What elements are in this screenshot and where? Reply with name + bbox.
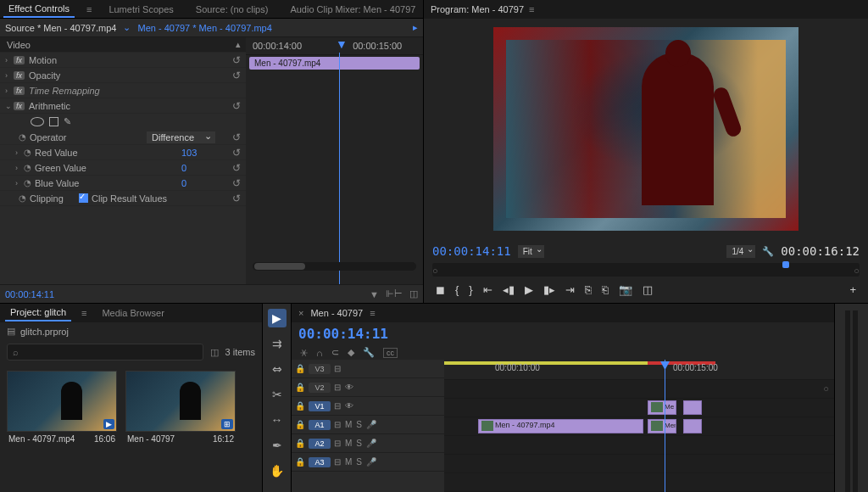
track-label[interactable]: V3 <box>309 364 331 374</box>
timeline-timecode[interactable]: 00:00:14:11 <box>298 326 388 342</box>
lock-icon[interactable]: 🔒 <box>295 457 305 467</box>
toggle-output-icon[interactable]: ⊟ <box>334 383 341 392</box>
expand-icon[interactable]: › <box>15 179 24 187</box>
zoom-dropdown[interactable]: 1/4 <box>726 245 755 258</box>
selection-tool-icon[interactable]: ▶ <box>268 309 287 327</box>
solo-icon[interactable]: S <box>356 420 362 429</box>
linked-selection-icon[interactable]: ⊂ <box>331 347 339 358</box>
track-lane-v2[interactable]: Me <box>444 399 834 417</box>
collapse-icon[interactable]: ⌄ <box>5 102 14 110</box>
video-group-header[interactable]: Video ▴ <box>0 37 246 53</box>
marker-icon[interactable]: ◆ <box>348 347 354 358</box>
reset-icon[interactable]: ↺ <box>232 177 241 189</box>
expand-icon[interactable]: › <box>5 56 14 64</box>
lock-icon[interactable]: 🔒 <box>295 420 305 429</box>
scroll-handle-icon[interactable]: ○ <box>823 383 829 394</box>
tab-effect-controls[interactable]: Effect Controls <box>3 1 75 18</box>
playhead-marker-icon[interactable]: ▼ <box>336 37 348 51</box>
panel-menu-icon[interactable]: ≡ <box>529 4 534 14</box>
toggle-output-icon[interactable]: ⊟ <box>334 439 341 448</box>
nest-icon[interactable]: ⚹ <box>300 347 308 358</box>
stopwatch-icon[interactable]: ◔ <box>24 178 31 187</box>
scrubber-end-handle[interactable]: ○ <box>854 266 860 276</box>
video-preview-area[interactable] <box>424 19 868 239</box>
timeline-ruler[interactable]: 00:00:10:00 00:00:15:00 00:00:20:00 <box>444 360 834 380</box>
track-header-a3[interactable]: 🔒 A3 ⊟MS🎤 <box>292 453 444 472</box>
toggle-output-icon[interactable]: ⊟ <box>334 457 341 467</box>
type-tool-icon[interactable]: T <box>268 487 287 492</box>
clip[interactable] <box>683 400 702 415</box>
lift-icon[interactable]: ⎘ <box>585 283 592 296</box>
operator-dropdown[interactable]: Difference <box>147 131 215 143</box>
effect-opacity[interactable]: › fx Opacity ↺ <box>0 68 246 83</box>
toggle-icon[interactable]: ⊩⊢ <box>386 288 403 299</box>
lock-icon[interactable]: 🔒 <box>295 439 305 448</box>
red-value-input[interactable]: 103 <box>181 148 232 158</box>
track-label[interactable]: A1 <box>309 420 331 430</box>
reset-icon[interactable]: ↺ <box>232 131 241 143</box>
project-item[interactable]: ▶ Men - 40797.mp4 16:06 <box>7 371 117 446</box>
rect-mask-icon[interactable] <box>49 117 58 126</box>
expand-icon[interactable]: › <box>15 164 24 172</box>
fit-dropdown[interactable]: Fit <box>518 245 544 258</box>
track-lane-v3[interactable] <box>444 380 834 399</box>
step-forward-icon[interactable]: ▮▸ <box>543 283 555 296</box>
collapse-arrow-icon[interactable]: ▴ <box>236 39 241 50</box>
mute-icon[interactable]: M <box>345 420 352 429</box>
effect-motion[interactable]: › fx Motion ↺ <box>0 53 246 68</box>
reset-icon[interactable]: ↺ <box>232 147 241 159</box>
blue-value-input[interactable]: 0 <box>181 178 232 188</box>
pinned-icon[interactable]: ◫ <box>409 288 418 299</box>
tab-source[interactable]: Source: (no clips) <box>191 2 274 17</box>
clipping-checkbox[interactable] <box>79 193 88 203</box>
fx-badge-icon[interactable]: fx <box>14 102 25 110</box>
tab-lumetri-scopes[interactable]: Lumetri Scopes <box>103 2 178 17</box>
step-back-icon[interactable]: ◂▮ <box>503 283 515 296</box>
reset-icon[interactable]: ↺ <box>232 193 241 204</box>
add-button-icon[interactable]: + <box>849 283 856 296</box>
bin-view-icon[interactable]: ◫ <box>210 347 219 358</box>
eye-icon[interactable]: 👁 <box>345 401 353 411</box>
scrubber-start-handle[interactable]: ○ <box>432 266 438 276</box>
lock-icon[interactable]: 🔒 <box>295 383 305 392</box>
playhead-line[interactable] <box>339 53 340 284</box>
track-lane-a3[interactable] <box>444 473 834 492</box>
lock-icon[interactable]: 🔒 <box>295 401 305 411</box>
mute-icon[interactable]: M <box>345 457 352 467</box>
track-header-v1[interactable]: 🔒 V1 ⊟👁 <box>292 397 444 416</box>
toggle-output-icon[interactable]: ⊟ <box>334 401 341 411</box>
settings-icon[interactable]: 🔧 <box>363 347 375 358</box>
effect-arithmetic[interactable]: ⌄ fx Arithmetic ↺ <box>0 98 246 114</box>
green-value-input[interactable]: 0 <box>181 163 232 173</box>
stopwatch-icon[interactable]: ◔ <box>24 148 31 157</box>
toggle-output-icon[interactable]: ⊟ <box>334 420 341 429</box>
in-point-icon[interactable]: { <box>455 283 459 296</box>
export-frame-icon[interactable]: 📷 <box>619 283 632 296</box>
voiceover-icon[interactable]: 🎤 <box>366 439 376 448</box>
mute-icon[interactable]: M <box>345 439 352 448</box>
track-lane-v1[interactable]: Men - 40797.mp4 Men <box>444 417 834 436</box>
go-to-in-icon[interactable]: ⇤ <box>483 283 492 296</box>
clip[interactable]: Me <box>648 400 676 415</box>
extract-icon[interactable]: ⎗ <box>602 283 609 296</box>
ellipse-mask-icon[interactable] <box>31 117 44 126</box>
eye-icon[interactable]: 👁 <box>345 383 353 392</box>
toggle-output-icon[interactable]: ⊟ <box>334 364 341 373</box>
play-icon[interactable]: ▶ <box>525 283 533 296</box>
close-icon[interactable]: × <box>298 308 303 318</box>
clip[interactable]: Men <box>648 419 676 433</box>
slip-tool-icon[interactable]: ↔ <box>268 411 287 429</box>
pen-tool-icon[interactable]: ✒ <box>268 436 287 455</box>
program-scrubber[interactable]: ○ ○ <box>432 263 860 277</box>
effect-scrollbar[interactable] <box>253 262 416 271</box>
track-header-a2[interactable]: 🔒 A2 ⊟MS🎤 <box>292 434 444 453</box>
playhead-arrow-icon[interactable]: ▸ <box>413 22 418 33</box>
reset-icon[interactable]: ↺ <box>232 54 241 66</box>
project-search-input[interactable] <box>7 344 203 361</box>
effect-time-remapping[interactable]: › fx Time Remapping <box>0 83 246 98</box>
reset-icon[interactable]: ↺ <box>232 100 241 112</box>
ripple-edit-tool-icon[interactable]: ⇔ <box>268 360 287 378</box>
track-label[interactable]: V1 <box>309 401 331 411</box>
track-lane-a2[interactable] <box>444 455 834 473</box>
settings-wrench-icon[interactable]: 🔧 <box>762 246 774 257</box>
